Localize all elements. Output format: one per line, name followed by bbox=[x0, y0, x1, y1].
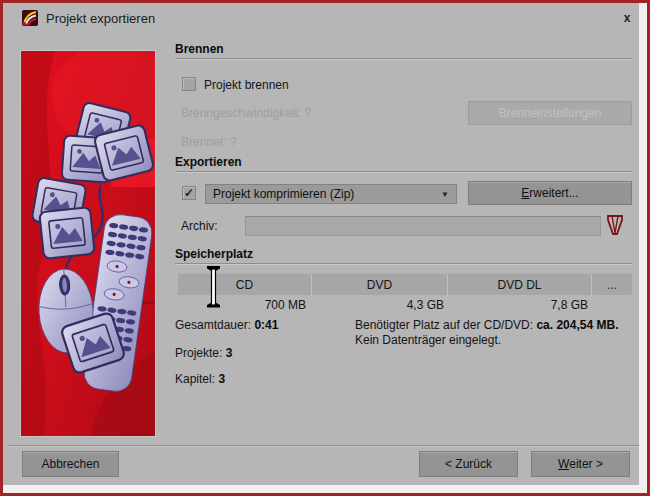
weiter-label-prefix: W bbox=[558, 457, 569, 471]
archiv-input[interactable] bbox=[245, 216, 601, 236]
window-edge-right bbox=[639, 3, 647, 493]
required-space-label: Benötigter Platz auf der CD/DVD: bbox=[355, 318, 533, 332]
projekte-value: 3 bbox=[226, 346, 233, 360]
brenneinstellungen-button[interactable]: Brenneinstellungen bbox=[468, 101, 632, 125]
section-title-exportieren: Exportieren bbox=[175, 155, 242, 169]
media-segment-cd[interactable]: CD bbox=[178, 274, 312, 295]
projekt-brennen-checkbox[interactable] bbox=[182, 77, 196, 91]
section-title-brennen: Brennen bbox=[175, 42, 224, 56]
export-type-dropdown[interactable]: Projekt komprimieren (Zip) ▼ bbox=[205, 184, 457, 204]
footer-divider bbox=[8, 445, 642, 447]
required-space-value: ca. 204,54 MB. bbox=[536, 318, 618, 332]
media-size-bar: CD DVD DVD DL ... bbox=[178, 273, 632, 295]
kapitel-stat: Kapitel: 3 bbox=[175, 372, 225, 386]
brenner-label: Brenner: ? bbox=[181, 135, 237, 149]
artwork-image bbox=[20, 50, 156, 437]
ibeam-cursor bbox=[206, 266, 222, 308]
section-divider bbox=[175, 263, 632, 265]
window-title: Projekt exportieren bbox=[46, 11, 155, 26]
archiv-label: Archiv: bbox=[181, 219, 218, 233]
close-icon[interactable]: x bbox=[618, 9, 636, 27]
app-icon bbox=[22, 10, 38, 26]
export-checkbox[interactable]: ✓ bbox=[182, 186, 196, 200]
no-disc-text: Kein Datenträger eingelegt. bbox=[355, 333, 501, 347]
capacity-dvd: 4,3 GB bbox=[316, 298, 444, 312]
capacity-cd: 700 MB bbox=[178, 298, 306, 312]
dialog-projekt-exportieren: Projekt exportieren x bbox=[0, 0, 650, 496]
export-type-value: Projekt komprimieren (Zip) bbox=[213, 187, 441, 201]
weiter-button[interactable]: Weiter > bbox=[531, 451, 630, 477]
erweitert-button[interactable]: Erweitert... bbox=[468, 181, 632, 205]
browse-archive-icon[interactable] bbox=[606, 214, 624, 236]
section-divider bbox=[175, 171, 632, 173]
media-segment-more[interactable]: ... bbox=[592, 274, 632, 295]
chevron-down-icon: ▼ bbox=[441, 190, 449, 199]
projekt-brennen-label: Projekt brennen bbox=[204, 78, 289, 92]
capacity-dvd-dl: 7,8 GB bbox=[452, 298, 588, 312]
section-title-speicherplatz: Speicherplatz bbox=[175, 247, 253, 261]
projekte-label: Projekte: bbox=[175, 346, 222, 360]
required-space-info: Benötigter Platz auf der CD/DVD: ca. 204… bbox=[355, 318, 633, 348]
abbrechen-button[interactable]: Abbrechen bbox=[22, 451, 119, 477]
gesamtdauer-label: Gesamtdauer: bbox=[175, 318, 251, 332]
zurueck-button[interactable]: < Zurück bbox=[419, 451, 518, 477]
gesamtdauer-stat: Gesamtdauer: 0:41 bbox=[175, 318, 278, 332]
erweitert-label-rest: rweitert... bbox=[529, 186, 578, 200]
weiter-label-rest: eiter > bbox=[569, 457, 603, 471]
brenngeschwindigkeit-label: Brenngeschwindigkeit: ? bbox=[181, 106, 311, 120]
gesamtdauer-value: 0:41 bbox=[254, 318, 278, 332]
window-edge-bottom bbox=[3, 485, 647, 493]
kapitel-value: 3 bbox=[218, 372, 225, 386]
projekte-stat: Projekte: 3 bbox=[175, 346, 232, 360]
section-divider bbox=[175, 58, 632, 60]
kapitel-label: Kapitel: bbox=[175, 372, 215, 386]
media-segment-dvd-dl[interactable]: DVD DL bbox=[448, 274, 592, 295]
media-segment-dvd[interactable]: DVD bbox=[312, 274, 448, 295]
